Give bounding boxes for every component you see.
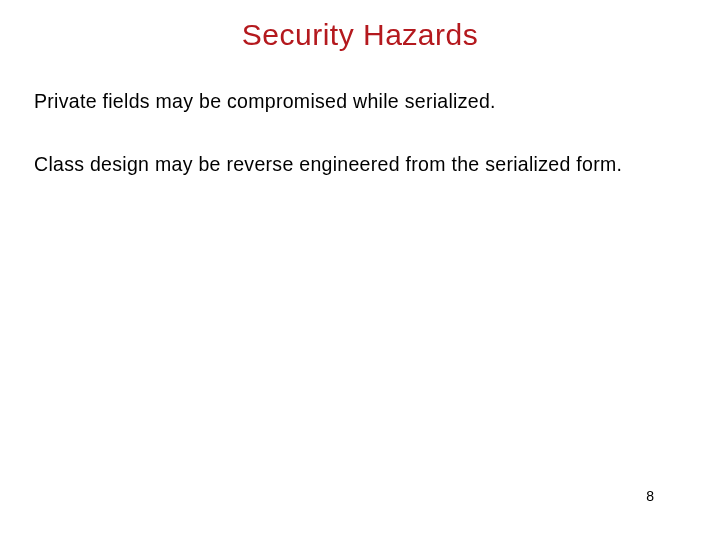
page-number: 8 <box>646 488 654 504</box>
body-paragraph: Private fields may be compromised while … <box>34 88 690 115</box>
slide-container: Security Hazards Private fields may be c… <box>0 0 720 540</box>
slide-title: Security Hazards <box>30 18 690 52</box>
slide-content: Private fields may be compromised while … <box>30 88 690 179</box>
body-paragraph: Class design may be reverse engineered f… <box>34 151 690 178</box>
